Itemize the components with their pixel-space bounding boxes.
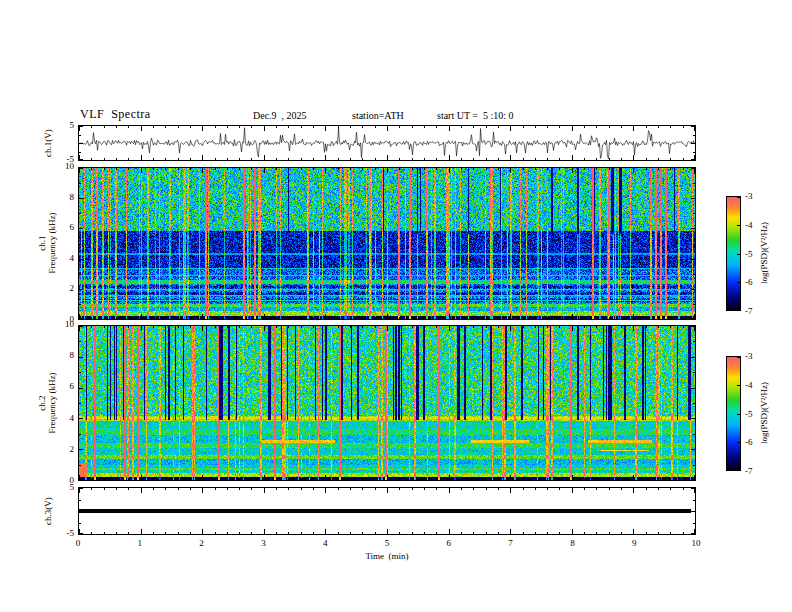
x-tick-label: 7 [501,538,521,549]
x-tick-label: 9 [624,538,644,549]
x-axis-label: Time (min) [337,551,437,562]
colorbar-tick-label: -5 [745,409,763,420]
ch2-spectrogram-canvas [79,326,695,480]
y-tick-label: 6 [0,381,74,392]
figure-date: Dec.9 , 2025 [253,110,307,121]
colorbar-tick-label: -6 [745,437,763,448]
ch3-waveform-canvas [79,488,695,534]
ch1-waveform-panel [78,125,696,161]
x-tick-label: 8 [562,538,582,549]
x-tick-label: 0 [68,538,88,549]
figure-title: VLF Spectra [80,107,151,122]
x-tick-label: 10 [686,538,706,549]
vlf-spectra-figure: VLF Spectra Dec.9 , 2025 station=ATH sta… [0,0,792,612]
ch3-wave-axis-label: ch.3(V) [43,497,53,525]
ch2-spectrogram-panel [78,325,696,481]
colorbar-tick-label: -6 [745,277,763,288]
x-tick-label: 6 [439,538,459,549]
y-tick-label: -5 [0,154,74,165]
y-tick-label: 5 [0,482,74,493]
colorbar-tick-label: -4 [745,220,763,231]
y-tick-label: -5 [0,528,74,539]
figure-start-ut: start UT = 5 :10: 0 [437,110,514,121]
colorbar2-canvas [727,357,740,470]
x-tick-label: 3 [253,538,273,549]
colorbar-tick-label: -7 [745,306,763,317]
y-tick-label: 8 [0,192,74,203]
y-tick-label: 5 [0,120,74,131]
x-tick-label: 5 [377,538,397,549]
ch1-spectrogram-canvas [79,168,695,319]
y-tick-label: 8 [0,350,74,361]
ch1-spectrogram-panel [78,167,696,320]
y-tick-label: 2 [0,283,74,294]
colorbar-tick-label: -4 [745,380,763,391]
colorbar-tick-label: -3 [745,351,763,362]
figure-station: station=ATH [352,110,404,121]
colorbar1 [726,196,741,311]
y-tick-label: 2 [0,444,74,455]
colorbar-tick-label: -7 [745,466,763,477]
x-tick-label: 2 [192,538,212,549]
x-tick-label: 1 [130,538,150,549]
colorbar2 [726,356,741,471]
y-tick-label: 4 [0,413,74,424]
ch1-waveform-canvas [79,126,695,160]
y-tick-label: 4 [0,253,74,264]
y-tick-label: 10 [0,319,74,330]
y-tick-label: 6 [0,222,74,233]
colorbar-tick-label: -3 [745,191,763,202]
colorbar1-canvas [727,197,740,310]
colorbar-tick-label: -5 [745,249,763,260]
ch3-waveform-panel [78,487,696,535]
ch1-wave-axis-label: ch.1(V) [43,129,53,157]
x-tick-label: 4 [315,538,335,549]
